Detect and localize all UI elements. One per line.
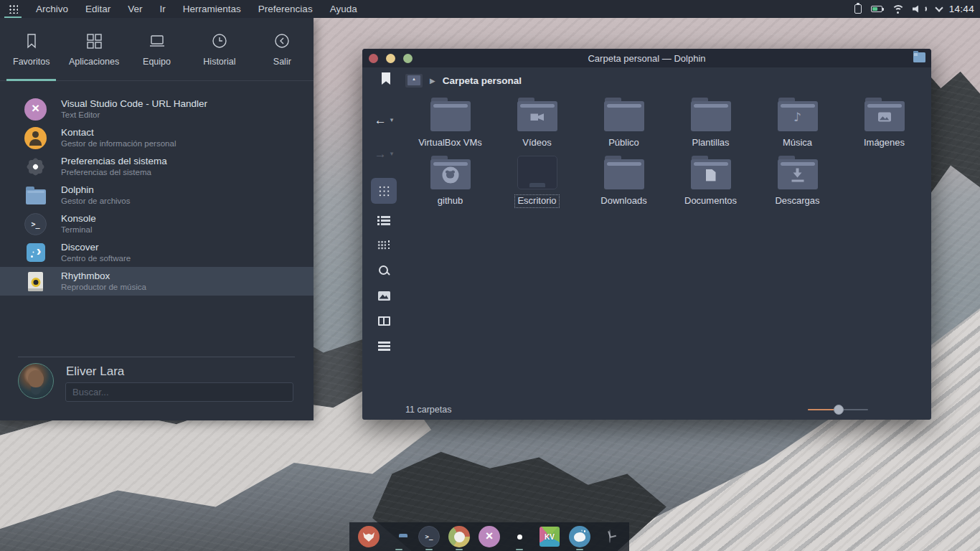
dock-item-firefox[interactable] — [357, 523, 381, 550]
app-preferencias-sistema[interactable]: Preferencias del sistema Preferencias de… — [0, 152, 314, 181]
launcher-tabs: Favoritos Aplicaciones Equipo Historial … — [0, 18, 314, 81]
dock — [349, 522, 629, 551]
chevron-down-icon: ▾ — [390, 150, 394, 157]
logout-icon — [273, 32, 291, 50]
folder-imagenes[interactable]: Imágenes — [844, 93, 925, 150]
dock-item-settings[interactable] — [507, 523, 532, 550]
videos-icon — [517, 98, 557, 131]
app-title: Dolphin — [61, 185, 131, 196]
split-view-button[interactable] — [371, 310, 397, 331]
folder-virtualbox-vms[interactable]: VirtualBox VMs — [410, 93, 491, 150]
folder-descargas[interactable]: Descargas — [758, 151, 838, 208]
items-count: 11 carpetas — [405, 405, 451, 415]
firefox-icon — [358, 526, 380, 547]
imagenes-icon — [864, 98, 905, 131]
folder-label: Plantillas — [689, 136, 732, 150]
tab-equipo[interactable]: Equipo — [126, 18, 188, 80]
forward-button[interactable]: →▾ — [371, 143, 397, 164]
menu-herramientas[interactable]: Herramientas — [183, 4, 241, 14]
folder-publico[interactable]: Público — [584, 93, 664, 150]
dock-item-dolphin[interactable] — [387, 523, 411, 550]
volume-icon[interactable] — [913, 5, 920, 13]
app-vscode[interactable]: Visual Studio Code - URL Handler Text Ed… — [0, 95, 314, 123]
tab-salir[interactable]: Salir — [251, 18, 314, 80]
tab-aplicaciones[interactable]: Aplicaciones — [62, 18, 125, 80]
home-folder-button[interactable] — [405, 74, 423, 88]
back-arrow-icon: ← — [374, 114, 387, 126]
konsole-icon — [418, 526, 440, 547]
grid-view-button[interactable] — [371, 178, 397, 204]
search-icon — [378, 265, 390, 276]
breadcrumb-location[interactable]: Carpeta personal — [443, 75, 522, 86]
dock-item-vscode[interactable] — [477, 523, 501, 550]
app-title: Rhythmbox — [61, 271, 146, 282]
clock[interactable]: 14:44 — [949, 4, 974, 14]
hamburger-icon — [378, 342, 390, 344]
app-launcher-button[interactable] — [0, 0, 26, 18]
close-button[interactable] — [369, 54, 378, 63]
slider-handle[interactable] — [834, 405, 844, 415]
clipboard-icon[interactable] — [854, 4, 862, 14]
list-view-button[interactable] — [371, 209, 397, 231]
menu-editar[interactable]: Editar — [85, 4, 110, 14]
kvantum-icon — [540, 527, 560, 547]
dock-item-kvantum[interactable] — [537, 523, 562, 550]
search-input[interactable] — [65, 382, 293, 402]
menu-preferencias[interactable]: Preferencias — [258, 4, 313, 14]
battery-icon[interactable] — [871, 6, 882, 12]
user-area: Eliver Lara — [0, 362, 314, 420]
compact-view-button[interactable] — [371, 235, 397, 256]
back-button[interactable]: ←▾ — [371, 109, 397, 131]
dock-item-clock-widget[interactable] — [598, 523, 622, 550]
titlebar[interactable]: Carpeta personal — Dolphin — [362, 49, 931, 67]
folder-documentos[interactable]: Documentos — [671, 151, 751, 208]
folder-label: Vídeos — [519, 136, 554, 150]
dock-item-blue-app[interactable] — [567, 523, 592, 550]
escritorio-icon — [517, 156, 557, 189]
menu-ir[interactable]: Ir — [160, 4, 166, 14]
wifi-icon[interactable] — [892, 5, 903, 14]
folder-label: Imágenes — [861, 136, 908, 150]
preview-button[interactable] — [371, 285, 397, 306]
folder-downloads[interactable]: Downloads — [584, 151, 664, 208]
folder-escritorio[interactable]: Escritorio — [497, 151, 578, 208]
blue-app-icon — [569, 526, 590, 547]
list-view-icon — [377, 215, 390, 225]
chevron-right-icon: ▶ — [430, 77, 435, 85]
menu-button[interactable] — [371, 335, 397, 357]
search-button[interactable] — [371, 260, 397, 281]
menu-ayuda[interactable]: Ayuda — [330, 4, 357, 14]
breadcrumb: ▶ Carpeta personal — [405, 70, 924, 90]
user-avatar[interactable] — [18, 363, 54, 399]
app-title: Discover — [61, 242, 131, 253]
bookmark-icon[interactable] — [382, 72, 390, 85]
computer-icon — [148, 32, 166, 50]
statusbar: 11 carpetas — [362, 400, 931, 420]
chevron-down-icon[interactable] — [935, 4, 943, 11]
minimize-button[interactable] — [386, 54, 395, 63]
app-discover[interactable]: Discover Centro de software — [0, 238, 314, 267]
window-title: Carpeta personal — Dolphin — [362, 53, 931, 64]
split-view-icon — [378, 316, 390, 326]
zoom-slider[interactable] — [808, 405, 868, 415]
menu-archivo[interactable]: Archivo — [36, 4, 68, 14]
app-dolphin[interactable]: Dolphin Gestor de archivos — [0, 181, 314, 209]
folder-videos[interactable]: Vídeos — [497, 93, 578, 150]
clock-icon — [210, 32, 229, 50]
app-kontact[interactable]: Kontact Gestor de información personal — [0, 123, 314, 152]
folder-musica[interactable]: Música — [758, 93, 838, 150]
tab-favoritos[interactable]: Favoritos — [0, 18, 62, 80]
app-subtitle: Gestor de archivos — [61, 197, 131, 206]
menu-ver[interactable]: Ver — [128, 4, 142, 14]
app-rhythmbox[interactable]: Rhythmbox Reproductor de música — [0, 267, 314, 296]
discover-icon — [24, 242, 47, 264]
app-subtitle: Reproductor de música — [61, 283, 146, 292]
folder-github[interactable]: github — [410, 151, 491, 208]
app-konsole[interactable]: Konsole Terminal — [0, 209, 314, 238]
maximize-button[interactable] — [403, 54, 413, 63]
tab-historial[interactable]: Historial — [188, 18, 250, 80]
dock-item-konsole[interactable] — [417, 523, 441, 550]
folder-plantillas[interactable]: Plantillas — [671, 93, 751, 150]
dock-item-chrome[interactable] — [447, 523, 471, 550]
folder-label: Público — [606, 136, 642, 150]
